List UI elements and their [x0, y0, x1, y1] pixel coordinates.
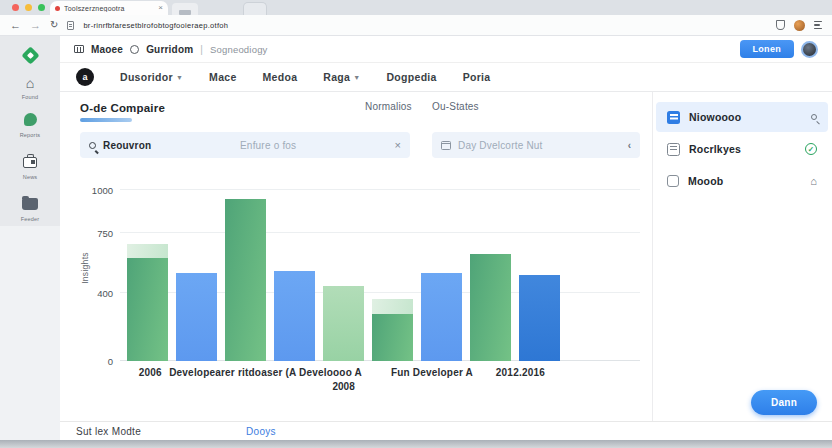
- search-value: Reouvron: [103, 140, 151, 151]
- date-filter-input[interactable]: Day Dvelcorte Nut ‹: [432, 132, 640, 158]
- folder-icon: [22, 198, 38, 210]
- building-icon: [74, 45, 84, 53]
- date-filter-placeholder: Day Dvelcorte Nut: [458, 140, 543, 151]
- user-avatar[interactable]: [801, 41, 818, 58]
- sidebar-item-reports[interactable]: Reports: [0, 112, 60, 138]
- main-panel: O-de Compaire Normalios Ou-States Reouvr…: [60, 92, 652, 421]
- tab-close-icon[interactable]: ×: [158, 4, 163, 12]
- search-placeholder: Enfure o fos: [240, 140, 296, 151]
- browser-tab-inactive[interactable]: [172, 3, 198, 15]
- left-sidebar: ⌂ Found Reports News Feeder: [0, 36, 60, 440]
- table-icon: [667, 111, 680, 124]
- tab-title: Toolszerznegootra: [64, 5, 125, 12]
- app-logo[interactable]: [0, 42, 60, 68]
- panel-item-mooob[interactable]: Mooob ⌂: [656, 166, 828, 196]
- sidebar-item-news[interactable]: News: [0, 154, 60, 180]
- briefcase-icon: [23, 157, 37, 168]
- y-axis-label: Insights: [80, 252, 90, 284]
- nav-item-mace[interactable]: Mace: [209, 71, 236, 83]
- share-icon[interactable]: ⌂: [810, 176, 817, 187]
- tab-normalios[interactable]: Normalios: [365, 101, 412, 112]
- breadcrumb-separator: |: [200, 44, 203, 55]
- home-icon: ⌂: [26, 75, 34, 91]
- nav-item-raga[interactable]: Raga▼: [323, 71, 360, 83]
- new-tab-button[interactable]: [243, 2, 267, 15]
- browser-tabstrip: Toolszerznegootra ×: [0, 0, 832, 15]
- browser-window: Toolszerznegootra × ← → ↻ br-rinrfbfares…: [0, 0, 832, 448]
- bar-chart: Insights 10007504000 2006Developearer ri…: [75, 168, 650, 414]
- nav-item-medoa[interactable]: Medoa: [263, 71, 298, 83]
- site-info-icon[interactable]: [67, 21, 74, 30]
- browser-menu-icon[interactable]: [814, 21, 822, 30]
- search-icon: [89, 142, 96, 149]
- bar-7: [421, 273, 462, 361]
- close-window-button[interactable]: [12, 4, 19, 11]
- bar-4: [274, 271, 315, 361]
- bar-3: [225, 199, 266, 361]
- app-viewport: ⌂ Found Reports News Feeder Maoee: [0, 36, 832, 440]
- window-bottom-edge: [0, 440, 832, 448]
- breadcrumb-item-1[interactable]: Maoee: [91, 44, 123, 55]
- calendar-icon: [441, 141, 451, 150]
- page-title: O-de Compaire: [80, 102, 165, 114]
- x-label-3: Fun Developer A: [391, 367, 473, 378]
- sidebar-item-found[interactable]: ⌂ Found: [0, 74, 60, 100]
- chevron-down-icon: ▼: [176, 74, 183, 81]
- chevron-down-icon: ▼: [353, 74, 360, 81]
- user-search-icon[interactable]: [811, 114, 817, 120]
- nav-item-dogpedia[interactable]: Dogpedia: [386, 71, 436, 83]
- square-outline-icon: [667, 175, 679, 187]
- reload-icon[interactable]: ↻: [50, 20, 58, 30]
- collapse-icon[interactable]: ‹: [628, 140, 631, 151]
- bar-1-cap: [127, 244, 168, 258]
- login-button[interactable]: Lonen: [740, 40, 795, 58]
- browser-profile-avatar[interactable]: [794, 20, 805, 31]
- breadcrumb-item-3[interactable]: Sogneodiogy: [210, 44, 268, 55]
- sidebar-item-feeder[interactable]: Feeder: [0, 196, 60, 222]
- x-label-2: Developearer ritdoaser (A Develoooo A: [169, 367, 362, 378]
- url-bar[interactable]: br-rinrfbfaresetblrofobtogfooieraep.otfo…: [83, 21, 228, 30]
- tab-favicon: [55, 6, 60, 11]
- bar-2: [176, 273, 217, 361]
- y-tick-750: 750: [97, 227, 113, 238]
- bar-1: [127, 258, 168, 361]
- browser-toolbar: ← → ↻ br-rinrfbfaresetblrofobtogfooierae…: [0, 15, 832, 36]
- x-axis-labels: 2006Developearer ritdoaser (A Develoooo …: [120, 367, 640, 397]
- right-panel: Niowoooo Rocrlkyes ✓ Mooob ⌂ Dann: [652, 92, 832, 421]
- bar-6-cap: [372, 299, 413, 314]
- nav-item-poria[interactable]: Poria: [463, 71, 491, 83]
- search-input[interactable]: Reouvron Enfure o fos ×: [80, 132, 410, 158]
- app-footer: Sut lex Modte Dooys: [60, 421, 832, 440]
- footer-link[interactable]: Dooys: [246, 426, 276, 437]
- list-icon: [667, 143, 680, 156]
- browser-tab-active[interactable]: Toolszerznegootra ×: [50, 1, 168, 15]
- bar-8: [470, 254, 511, 361]
- maximize-window-button[interactable]: [38, 4, 45, 11]
- nav-item-dusoridor[interactable]: Dusoridor▼: [120, 71, 183, 83]
- done-button[interactable]: Dann: [751, 390, 817, 415]
- tab-ou-states[interactable]: Ou-States: [432, 101, 479, 112]
- forward-icon[interactable]: →: [30, 20, 41, 31]
- primary-nav: a Dusoridor▼ Mace Medoa Raga▼ Dogpedia P…: [60, 63, 832, 92]
- x-label-1: 2006: [139, 367, 162, 378]
- bookmark-icon[interactable]: [776, 20, 785, 30]
- y-tick-0: 0: [108, 356, 113, 367]
- panel-item-rocrlkyes[interactable]: Rocrlkyes ✓: [656, 134, 828, 164]
- bar-9: [519, 275, 560, 361]
- nav-brand-icon[interactable]: a: [76, 68, 94, 86]
- app-header: Maoee Gurridom | Sogneodiogy Lonen: [60, 36, 832, 63]
- breadcrumb-item-2[interactable]: Gurridom: [146, 44, 193, 55]
- back-icon[interactable]: ←: [10, 20, 21, 31]
- active-tab-indicator: [80, 118, 132, 122]
- footer-text: Sut lex Modte: [76, 426, 141, 437]
- x-label-4: 2012.2016: [496, 367, 545, 378]
- ring-icon: [130, 45, 139, 54]
- chart-plot-area: 10007504000: [120, 190, 640, 361]
- bar-5: [323, 286, 364, 361]
- minimize-window-button[interactable]: [25, 4, 32, 11]
- content-area: O-de Compaire Normalios Ou-States Reouvr…: [60, 92, 832, 421]
- gridline-750: [120, 232, 640, 233]
- panel-item-niowoooo[interactable]: Niowoooo: [656, 102, 828, 132]
- clear-icon[interactable]: ×: [395, 140, 401, 151]
- y-tick-1000: 1000: [92, 185, 113, 196]
